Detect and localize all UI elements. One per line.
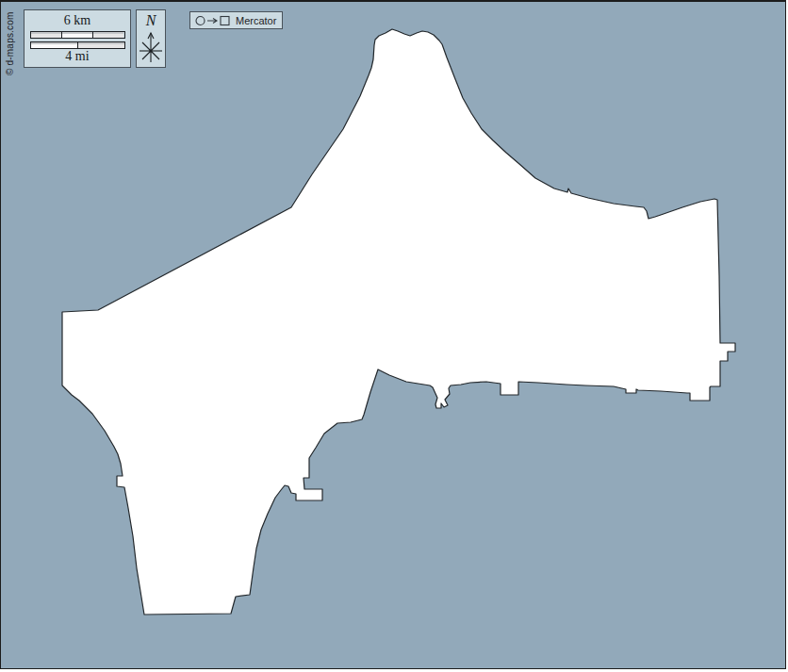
scale-mi-label: 4 mi [65,49,89,64]
map-svg [1,2,787,671]
projection-transform-icon [194,14,232,27]
scale-km-label: 6 km [64,13,90,28]
scale-mi-bar [30,41,125,49]
scale-bar-segment [31,42,77,48]
scale-bar-segment [31,32,61,38]
copyright-text: © d-maps.com [5,11,15,75]
scale-bar-segment [77,42,124,48]
scale-bar-segment [61,32,92,38]
map-canvas: 6 km 4 mi N Mercator © d-maps. [0,0,786,669]
scale-km-bar [30,31,125,39]
projection-chip: Mercator [189,11,283,29]
scale-bar-segment [92,32,123,38]
scale-bar-panel: 6 km 4 mi [24,9,131,68]
projection-label: Mercator [236,15,276,26]
north-arrow-panel: N [136,9,166,68]
north-label: N [146,12,156,29]
compass-rose-icon [137,30,165,66]
landmass-outline [62,29,735,615]
